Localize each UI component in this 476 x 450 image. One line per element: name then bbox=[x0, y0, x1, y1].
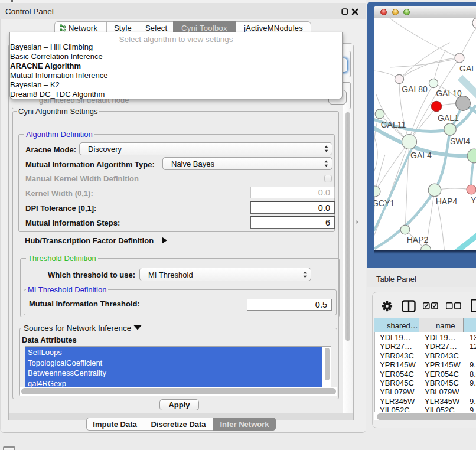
svg-text:SWI4: SWI4 bbox=[450, 136, 470, 146]
svg-text:GAL1: GAL1 bbox=[438, 113, 459, 123]
svg-text:GAL80: GAL80 bbox=[402, 84, 428, 94]
svg-text:HAP4: HAP4 bbox=[436, 197, 458, 206]
svg-text:GCY1: GCY1 bbox=[374, 198, 395, 208]
svg-text:YJ: YJ bbox=[471, 195, 476, 205]
svg-text:GAL7: GAL7 bbox=[459, 64, 476, 73]
svg-text:GAL4: GAL4 bbox=[410, 151, 432, 160]
svg-text:HAP2: HAP2 bbox=[407, 235, 429, 244]
svg-text:GAL11: GAL11 bbox=[381, 120, 406, 129]
svg-text:GAL10: GAL10 bbox=[436, 89, 462, 98]
